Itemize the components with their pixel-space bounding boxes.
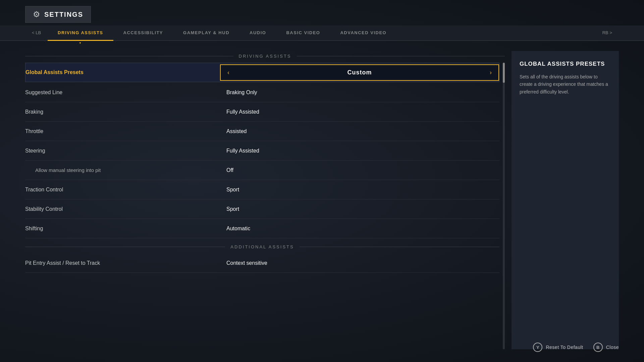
value-pit-entry: Context sensitive <box>220 255 499 271</box>
row-suggested-line[interactable]: Suggested Line Braking Only <box>25 83 499 102</box>
label-steering: Steering <box>25 143 220 159</box>
tab-audio[interactable]: AUDIO <box>239 25 276 40</box>
row-stability-control[interactable]: Stability Control Sport <box>25 199 499 219</box>
value-stability-control: Sport <box>220 201 499 217</box>
preset-selector[interactable]: ‹ Custom › <box>220 64 499 81</box>
row-throttle[interactable]: Throttle Assisted <box>25 122 499 141</box>
footer: Y Reset To Default B Close <box>533 343 619 352</box>
y-button-icon: Y <box>533 343 542 352</box>
value-manual-steering: Off <box>220 163 499 178</box>
right-info-panel: GLOBAL ASSISTS PRESETS Sets all of the d… <box>512 51 619 349</box>
label-suggested-line: Suggested Line <box>25 85 220 100</box>
label-pit-entry: Pit Entry Assist / Reset to Track <box>25 255 220 271</box>
close-label: Close <box>606 345 619 350</box>
value-suggested-line: Braking Only <box>220 85 499 100</box>
row-traction-control[interactable]: Traction Control Sport <box>25 180 499 199</box>
nav-lb[interactable]: < LB <box>25 25 48 40</box>
nav-tabs: < LB DRIVING ASSISTS ACCESSIBILITY GAMEP… <box>0 25 644 41</box>
row-pit-entry[interactable]: Pit Entry Assist / Reset to Track Contex… <box>25 253 499 273</box>
label-traction-control: Traction Control <box>25 182 220 197</box>
row-braking[interactable]: Braking Fully Assisted <box>25 102 499 122</box>
value-throttle: Assisted <box>220 124 499 139</box>
reset-to-default-button[interactable]: Y Reset To Default <box>533 343 583 352</box>
scroll-thumb[interactable] <box>503 63 505 83</box>
row-shifting[interactable]: Shifting Automatic <box>25 219 499 238</box>
label-throttle: Throttle <box>25 124 220 139</box>
value-traction-control: Sport <box>220 182 499 197</box>
row-global-presets[interactable]: Global Assists Presets ‹ Custom › <box>25 63 499 82</box>
b-button-icon: B <box>593 343 603 352</box>
label-braking: Braking <box>25 104 220 120</box>
right-panel-title: GLOBAL ASSISTS PRESETS <box>520 60 611 68</box>
tab-accessibility[interactable]: ACCESSIBILITY <box>113 25 173 40</box>
tab-basic-video[interactable]: BASIC VIDEO <box>276 25 330 40</box>
gear-icon: ⚙ <box>33 10 40 19</box>
tab-driving-assists[interactable]: DRIVING ASSISTS <box>48 25 113 41</box>
reset-label: Reset To Default <box>546 345 583 350</box>
nav-rb[interactable]: RB > <box>596 25 619 40</box>
additional-assists-section-header: ADDITIONAL ASSISTS <box>25 242 499 253</box>
row-steering[interactable]: Steering Fully Assisted <box>25 141 499 161</box>
label-global-presets: Global Assists Presets <box>25 65 220 80</box>
close-button[interactable]: B Close <box>593 343 619 352</box>
right-panel-description: Sets all of the driving assists below to… <box>520 73 611 96</box>
label-stability-control: Stability Control <box>25 201 220 217</box>
value-steering: Fully Assisted <box>220 143 499 159</box>
settings-title: SETTINGS <box>44 11 83 18</box>
chevron-right-icon[interactable]: › <box>490 69 492 76</box>
settings-header: ⚙ SETTINGS <box>25 6 91 23</box>
tab-gameplay-hud[interactable]: GAMEPLAY & HUD <box>173 25 239 40</box>
chevron-left-icon[interactable]: ‹ <box>227 69 229 76</box>
left-panel: DRIVING ASSISTS Global Assists Presets ‹… <box>25 51 505 349</box>
driving-assists-section-header: DRIVING ASSISTS <box>25 51 505 63</box>
label-shifting: Shifting <box>25 221 220 236</box>
tab-advanced-video[interactable]: ADVANCED VIDEO <box>330 25 396 40</box>
scrollbar[interactable] <box>503 63 505 349</box>
value-braking: Fully Assisted <box>220 104 499 120</box>
preset-value: Custom <box>347 69 372 76</box>
value-shifting: Automatic <box>220 221 499 236</box>
label-manual-steering: Allow manual steering into pit <box>25 163 220 178</box>
row-manual-steering[interactable]: Allow manual steering into pit Off <box>25 161 499 180</box>
